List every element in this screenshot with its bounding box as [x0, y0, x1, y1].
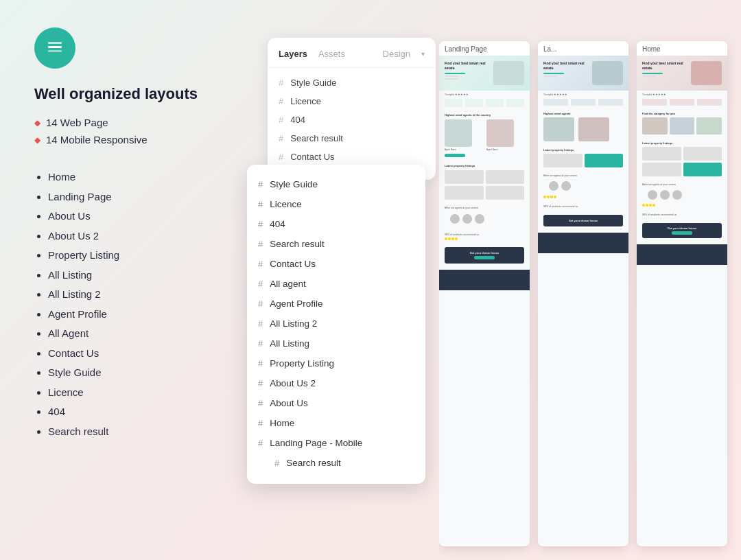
sim-hero-text: Find your best smart real estate [445, 61, 491, 81]
hash-icon: # [279, 115, 283, 125]
list-item[interactable]: # Style Guide [268, 73, 436, 92]
sim-avatar [475, 214, 484, 224]
list-item[interactable]: # Property Listing [247, 353, 425, 373]
hash-icon: # [258, 279, 263, 289]
sim-agent: Agent Name [486, 119, 524, 151]
hash-icon: # [258, 378, 263, 388]
sim-card [445, 186, 484, 200]
list-item: 404 [48, 402, 220, 422]
list-item: Landing Page [48, 187, 220, 207]
list-item[interactable]: # Contact Us [247, 254, 425, 274]
svg-rect-2 [48, 50, 62, 52]
list-item[interactable]: # 404 [268, 110, 436, 129]
list-item[interactable]: # About Us [247, 393, 425, 413]
sim-listings-title: Latest property listings [543, 148, 623, 152]
sim-agent-row [445, 211, 524, 226]
item-label: Agent Profile [270, 299, 322, 309]
assets-tab-bg[interactable]: Assets [318, 49, 345, 59]
sim-card [683, 163, 722, 176]
sim-card [543, 154, 583, 167]
sim-avatar [648, 190, 657, 200]
sim-avatar [462, 214, 472, 224]
sim-cta-btn [445, 154, 465, 157]
list-item[interactable]: # Search result [268, 129, 436, 148]
sim-card [642, 163, 681, 176]
sim-meet: Meet our agents at your service [637, 180, 727, 210]
sim-stars [445, 237, 524, 240]
sim-agent-img [543, 117, 574, 141]
sim-stats [439, 99, 530, 110]
list-item[interactable]: # Style Guide [247, 174, 425, 194]
feature-list: ◆ 14 Web Page ◆ 14 Mobile Responsive [34, 117, 220, 151]
list-item[interactable]: # Agent Profile [247, 294, 425, 314]
hash-icon: # [258, 219, 263, 229]
sim-btn [474, 256, 495, 259]
sim-bar [445, 75, 458, 77]
list-item[interactable]: # Licence [247, 194, 425, 214]
sim-meet-text: Meet our agents at your service [445, 207, 524, 209]
sim-card [445, 170, 484, 184]
sim-cards [642, 163, 722, 176]
hash-icon: # [279, 133, 283, 143]
sim-bar [543, 73, 564, 74]
feature-item: ◆ 14 Mobile Responsive [34, 134, 220, 145]
list-item[interactable]: # All Listing 2 [247, 314, 425, 334]
sim-stars [642, 204, 722, 207]
list-item[interactable]: # Contact Us [268, 148, 436, 166]
list-item: Style Guide [48, 363, 220, 383]
sim-star [543, 196, 546, 198]
sim-agent-row [642, 187, 722, 202]
list-item[interactable]: # Search result [247, 234, 425, 254]
sim-hero-text: Find your best smart real estate [642, 61, 688, 78]
sim-hero: Find your best smart real estate [637, 56, 727, 91]
middle-panel: Layers Assets Design ▾ # Style Guide # L… [247, 0, 439, 560]
sim-recommend: 98% of residents recommend us [637, 210, 727, 220]
sim-footer [439, 270, 530, 290]
item-label: All Listing [270, 338, 309, 349]
list-item[interactable]: # Licence [268, 92, 436, 110]
sim-cards [445, 186, 524, 200]
sim-agent-img [486, 119, 514, 147]
hash-icon: # [258, 398, 263, 408]
sim-star [448, 237, 451, 240]
design-tab-bg[interactable]: Design [383, 49, 410, 59]
sim-star [646, 204, 648, 207]
sim-stars [543, 196, 623, 198]
hash-icon: # [258, 259, 263, 269]
layers-items-fg: # Style Guide # Licence # 404 # Search r… [247, 172, 425, 476]
sim-avatar [660, 190, 670, 200]
sim-hero: Find your best smart real estate [538, 56, 628, 91]
item-label: Licence [290, 96, 321, 106]
list-item: Search result [48, 422, 220, 442]
list-item[interactable]: # All agent [247, 274, 425, 294]
list-item: Contact Us [48, 344, 220, 364]
sim-agent: Agent Name [445, 119, 482, 151]
sim-listings-title: Latest property listings [642, 141, 722, 145]
sim-recommend-text: 98% of residents recommend us [642, 213, 722, 216]
list-item-sub[interactable]: # Search result [247, 453, 425, 473]
list-item[interactable]: # Landing Page - Mobile [247, 433, 425, 453]
layers-tab-bg[interactable]: Layers [279, 49, 307, 59]
sim-agent-text: Agent Name [486, 148, 524, 151]
item-label: About Us [270, 398, 308, 408]
sim-category-title: Find the category for you [642, 112, 722, 115]
list-item[interactable]: # Home [247, 413, 425, 433]
chevron-down-icon: ▾ [421, 50, 425, 58]
sim-agents: Agent Name Agent Name [445, 119, 524, 151]
sim-category: Find the category for you [637, 108, 727, 138]
item-label: 404 [270, 219, 285, 229]
sim-recommend-text: 98% of residents recommend us [543, 205, 623, 208]
list-item: About Us 2 [48, 226, 220, 246]
sim-section: Highest rated agents in the country Agen… [439, 110, 530, 161]
preview-title: Landing Page [439, 41, 530, 56]
hash-icon: # [258, 239, 263, 249]
list-item: Agent Profile [48, 305, 220, 325]
list-item[interactable]: # 404 [247, 214, 425, 234]
sim-hero-image [493, 61, 524, 85]
logo-icon [45, 36, 64, 60]
sim-section-title: Highest rated agents in the country [445, 113, 524, 117]
list-item[interactable]: # All Listing [247, 334, 425, 353]
list-item[interactable]: # About Us 2 [247, 373, 425, 393]
item-label: Contact Us [270, 259, 316, 269]
layers-items-bg: # Style Guide # Licence # 404 # Search r… [268, 68, 436, 172]
